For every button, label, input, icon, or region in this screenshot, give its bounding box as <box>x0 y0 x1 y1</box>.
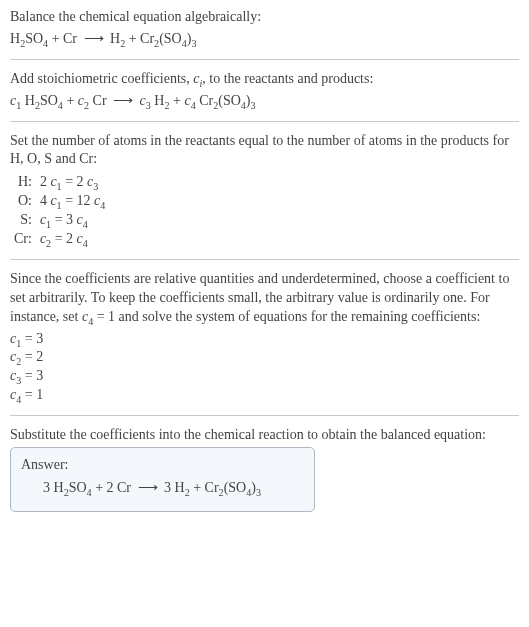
table-row: Cr: c2 = 2 c4 <box>10 230 109 249</box>
table-row: O: 4 c1 = 12 c4 <box>10 192 109 211</box>
section-solve-coeffs: Since the coefficients are relative quan… <box>10 270 519 405</box>
section-balance-intro: Balance the chemical equation algebraica… <box>10 8 519 49</box>
section-atom-equations: Set the number of atoms in the reactants… <box>10 132 519 249</box>
answer-label: Answer: <box>21 456 304 475</box>
element-equation: 4 c1 = 12 c4 <box>36 192 109 211</box>
coeff-line: c3 = 3 <box>10 367 519 386</box>
atom-balance-table: H: 2 c1 = 2 c3 O: 4 c1 = 12 c4 S: c1 = 3… <box>10 173 109 249</box>
element-equation: c2 = 2 c4 <box>36 230 109 249</box>
coeff-line: c1 = 3 <box>10 330 519 349</box>
element-equation: 2 c1 = 2 c3 <box>36 173 109 192</box>
section-add-coefficients: Add stoichiometric coefficients, ci, to … <box>10 70 519 111</box>
element-label: S: <box>10 211 36 230</box>
intro-prefix-2: Add stoichiometric coefficients, <box>10 71 193 86</box>
coefficient-solutions: c1 = 3 c2 = 2 c3 = 3 c4 = 1 <box>10 330 519 406</box>
coeff-line: c2 = 2 <box>10 348 519 367</box>
divider <box>10 415 519 416</box>
intro-text-5: Substitute the coefficients into the che… <box>10 426 519 445</box>
intro-suffix-2: , to the reactants and products: <box>202 71 373 86</box>
intro-text-3: Set the number of atoms in the reactants… <box>10 132 519 170</box>
table-row: H: 2 c1 = 2 c3 <box>10 173 109 192</box>
divider <box>10 259 519 260</box>
equation-unbalanced: H2SO4 + Cr ⟶ H2 + Cr2(SO4)3 <box>10 30 519 49</box>
section-substitute: Substitute the coefficients into the che… <box>10 426 519 512</box>
element-label: O: <box>10 192 36 211</box>
divider <box>10 121 519 122</box>
element-label: Cr: <box>10 230 36 249</box>
answer-box: Answer: 3 H2SO4 + 2 Cr ⟶ 3 H2 + Cr2(SO4)… <box>10 447 315 512</box>
coeff-line: c4 = 1 <box>10 386 519 405</box>
intro-text-1: Balance the chemical equation algebraica… <box>10 8 519 27</box>
table-row: S: c1 = 3 c4 <box>10 211 109 230</box>
equation-with-coeffs: c1 H2SO4 + c2 Cr ⟶ c3 H2 + c4 Cr2(SO4)3 <box>10 92 519 111</box>
intro-text-2: Add stoichiometric coefficients, ci, to … <box>10 70 519 89</box>
element-equation: c1 = 3 c4 <box>36 211 109 230</box>
intro-text-4: Since the coefficients are relative quan… <box>10 270 519 327</box>
element-label: H: <box>10 173 36 192</box>
var-ci: ci <box>193 71 202 86</box>
divider <box>10 59 519 60</box>
equation-balanced: 3 H2SO4 + 2 Cr ⟶ 3 H2 + Cr2(SO4)3 <box>21 479 304 498</box>
